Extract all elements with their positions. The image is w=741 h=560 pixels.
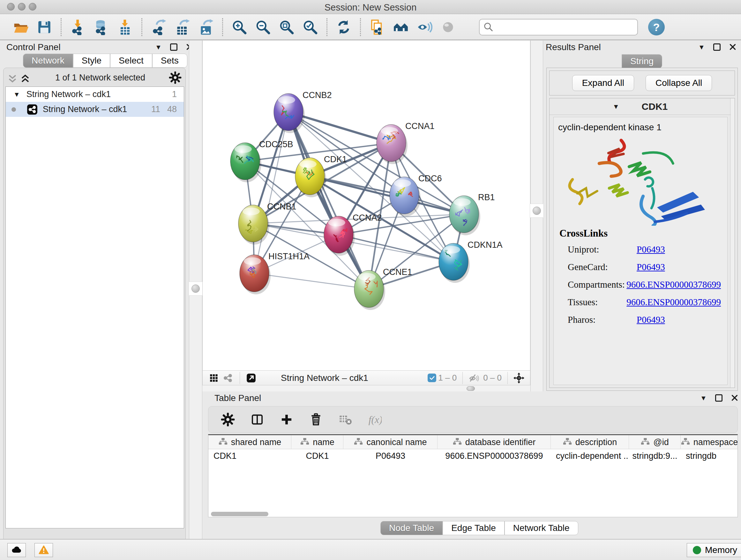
expand-all-icon[interactable]	[19, 72, 31, 83]
help-icon[interactable]: ?	[648, 19, 665, 36]
control-panel-float-icon[interactable]	[170, 44, 178, 51]
crosslink-link[interactable]: P06493	[636, 244, 665, 257]
tab-string[interactable]: String	[622, 54, 662, 68]
crosslink-row: Compartments: 9606.ENSP00000378699	[568, 279, 721, 292]
column-header-name[interactable]: name	[291, 435, 343, 449]
collapse-all-icon[interactable]	[6, 72, 19, 83]
delete-table-icon[interactable]	[335, 409, 355, 430]
tab-network-table[interactable]: Network Table	[504, 521, 578, 535]
table-horizontal-scrollbar[interactable]	[211, 512, 268, 516]
save-session-icon[interactable]	[34, 17, 55, 37]
zoom-fit-icon[interactable]	[276, 17, 297, 37]
crosslink-link[interactable]: P06493	[636, 262, 665, 274]
node-CCNA1[interactable]	[377, 125, 408, 164]
control-panel-menu-icon[interactable]: ▼	[155, 44, 162, 51]
table-tabs: Node TableEdge TableNetwork Table	[381, 521, 578, 535]
results-scrollbar[interactable]	[730, 98, 735, 388]
tab-sets[interactable]: Sets	[152, 54, 187, 68]
column-header-description[interactable]: description	[551, 435, 629, 449]
gear-icon[interactable]	[169, 71, 182, 84]
export-table-icon[interactable]	[172, 17, 192, 37]
node-CCNB1[interactable]	[239, 205, 269, 245]
network-tree-row[interactable]: String Network – cdk11148	[6, 102, 184, 117]
results-panel-close-icon[interactable]	[729, 43, 737, 51]
table-row[interactable]: CDK1CDK1P064939606.ENSP00000378699cyclin…	[208, 449, 738, 462]
crosslink-link[interactable]: 9606.ENSP00000378699	[626, 279, 721, 292]
search-input[interactable]	[494, 19, 634, 35]
crosslink-label: Compartments:	[568, 279, 626, 292]
external-link-icon[interactable]	[244, 372, 259, 384]
sphere-icon[interactable]	[438, 17, 458, 37]
results-panel-float-icon[interactable]	[713, 44, 721, 51]
column-header-shared-name[interactable]: shared name	[208, 435, 291, 449]
tab-edge-table[interactable]: Edge Table	[443, 521, 504, 535]
horizontal-splitter-handle[interactable]	[467, 386, 475, 391]
node-CCNE1[interactable]	[354, 270, 385, 310]
crosslink-link[interactable]: P06493	[636, 314, 665, 327]
main-toolbar: ?	[0, 14, 741, 40]
import-table-icon[interactable]	[115, 17, 135, 37]
cloud-icon[interactable]	[7, 543, 26, 557]
gear-icon[interactable]	[218, 409, 238, 430]
tab-style[interactable]: Style	[73, 54, 110, 68]
export-network-icon[interactable]	[148, 17, 169, 37]
network-edge	[254, 273, 369, 289]
gene-section-header[interactable]: ▼ CDK1	[549, 98, 731, 115]
eye-hidden-icon[interactable]	[467, 372, 481, 384]
column-header-label: canonical name	[366, 437, 427, 447]
grid-icon[interactable]	[206, 372, 221, 384]
column-header-canonical-name[interactable]: canonical name	[343, 435, 437, 449]
export-image-icon[interactable]	[196, 17, 216, 37]
expand-collapse-bar: Expand All Collapse All	[549, 71, 735, 96]
tab-node-table[interactable]: Node Table	[381, 521, 443, 535]
column-header-namespace[interactable]: namespace	[681, 435, 738, 449]
tab-select[interactable]: Select	[110, 54, 152, 68]
table-cell: CDK1	[291, 449, 343, 462]
import-database-icon[interactable]	[91, 17, 112, 37]
toolbar-separator	[222, 18, 223, 36]
warning-icon[interactable]	[35, 543, 53, 557]
crosslink-label: Tissues:	[568, 297, 626, 310]
results-panel-menu-icon[interactable]: ▼	[698, 44, 705, 51]
selected-checkbox-icon[interactable]	[428, 374, 436, 382]
section-collapse-icon[interactable]: ▼	[613, 103, 619, 110]
function-builder-icon[interactable]: f(x)	[364, 409, 385, 430]
network-tree-row[interactable]: ▼ String Network – cdk11	[6, 87, 184, 102]
node-HIST1H1A[interactable]	[240, 255, 271, 294]
crosshair-icon[interactable]	[512, 372, 526, 384]
node-RB1[interactable]	[449, 196, 480, 235]
network-canvas[interactable]: CCNB2CCNA1CDC25BCDK1CDC6RB1CCNB1CCNA2CDK…	[202, 41, 530, 370]
column-header-database-identifier[interactable]: database identifier	[437, 435, 551, 449]
node-CCNB2[interactable]	[274, 94, 305, 133]
node-CCNA2[interactable]	[324, 216, 355, 256]
show-columns-icon[interactable]	[247, 409, 267, 430]
show-graphics-details-icon[interactable]	[414, 17, 434, 37]
expand-all-button[interactable]: Expand All	[572, 75, 634, 91]
add-column-icon[interactable]	[276, 409, 297, 430]
open-file-icon[interactable]	[10, 17, 31, 37]
table-panel-float-icon[interactable]	[715, 394, 723, 401]
left-splitter-handle[interactable]	[189, 282, 203, 296]
delete-column-icon[interactable]	[306, 409, 326, 430]
table-panel-close-icon[interactable]	[731, 394, 738, 401]
table-panel-menu-icon[interactable]: ▼	[700, 395, 707, 401]
node-CDC6[interactable]	[390, 177, 421, 216]
right-splitter-handle[interactable]	[530, 204, 544, 218]
memory-button[interactable]: Memory	[687, 543, 741, 557]
node-CDKN1A[interactable]	[439, 243, 470, 283]
node-CDK1[interactable]	[295, 158, 326, 197]
share-document-icon[interactable]	[367, 17, 387, 37]
zoom-out-icon[interactable]	[253, 17, 273, 37]
import-network-icon[interactable]	[68, 17, 88, 37]
collapse-all-button[interactable]: Collapse All	[646, 75, 712, 91]
tree-collapse-icon[interactable]: ▼	[13, 91, 20, 98]
share-gray-icon[interactable]	[221, 372, 236, 384]
birdseye-icon[interactable]	[391, 17, 411, 37]
zoom-selected-icon[interactable]	[300, 17, 320, 37]
crosslink-link[interactable]: 9606.ENSP00000378699	[626, 297, 721, 310]
tab-network[interactable]: Network	[23, 54, 73, 68]
refresh-layout-icon[interactable]	[333, 17, 354, 37]
zoom-in-icon[interactable]	[229, 17, 250, 37]
table-cell: CDK1	[208, 449, 291, 462]
column-header-@id[interactable]: @id	[629, 435, 681, 449]
